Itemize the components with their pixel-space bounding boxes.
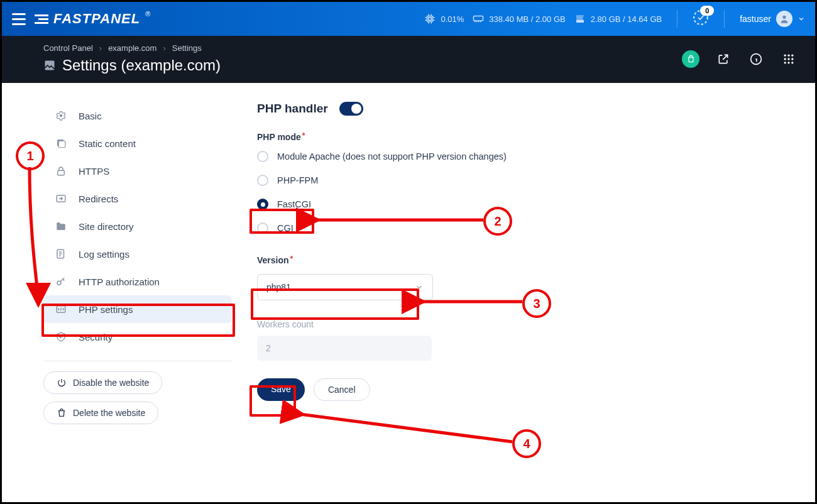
disk-icon [574,13,586,25]
username: fastuser [740,14,771,24]
save-button[interactable]: Save [257,378,305,401]
sidebar-item-https[interactable]: HTTPS [43,157,232,185]
svg-point-5 [782,16,786,19]
header-actions [682,50,798,68]
svg-rect-1 [429,18,432,21]
stat-disk: 2.80 GB / 14.64 GB [574,13,662,25]
logo[interactable]: FASTPANEL ® [35,11,151,27]
svg-rect-2 [474,16,483,21]
php-mode-group: Module Apache (does not support PHP vers… [257,151,798,234]
svg-point-23 [57,281,61,285]
php-handler-toggle[interactable] [339,102,363,116]
sidebar-item-static-content[interactable]: Static content [43,129,232,157]
breadcrumb: Control Panel › example.com › Settings [43,43,682,53]
avatar-icon [776,11,792,27]
image-icon [43,59,56,72]
svg-point-11 [784,58,786,60]
sidebar-item-site-directory[interactable]: Site directory [43,212,232,240]
settings-sidebar: BasicStatic contentHTTPSRedirectsSite di… [43,102,232,432]
anno-marker-4: 4 [512,429,541,458]
svg-point-14 [784,62,786,63]
page-header: Control Panel › example.com › Settings S… [2,36,815,83]
redirect-icon [55,192,67,205]
sidebar-item-http-authorization[interactable]: HTTP authorization [43,268,232,295]
php-mode-label: PHP mode [257,132,301,142]
sidebar-item-label: HTTPS [79,166,109,177]
radio-label: FastCGI [277,199,311,209]
info-action[interactable] [747,50,765,68]
settings-content: PHP handler PHP mode* Module Apache (doe… [257,102,798,432]
svg-point-16 [791,62,793,63]
page-body: BasicStatic contentHTTPSRedirectsSite di… [2,83,815,432]
radio-label: PHP-FPM [277,175,318,185]
stat-cpu: 0.01% [424,13,464,25]
disable-website-button[interactable]: Disable the website [43,371,162,394]
svg-point-12 [787,58,789,60]
php-mode-radio-2[interactable]: FastCGI [257,199,798,210]
trash-icon [57,408,67,418]
delete-website-button[interactable]: Delete the website [43,402,158,424]
logo-reg: ® [145,10,151,18]
apps-grid[interactable] [780,50,798,68]
page-title: Settings (example.com) [43,57,682,74]
svg-point-9 [787,54,789,56]
shopping-action[interactable] [682,50,699,68]
svg-rect-3 [576,20,584,23]
sidebar-item-php-settings[interactable]: PHP settings [43,295,232,323]
shield-icon [55,331,67,343]
sidebar-item-label: Log settings [79,249,129,260]
sidebar-item-label: Redirects [79,194,118,204]
php-mode-radio-0[interactable]: Module Apache (does not support PHP vers… [257,151,798,162]
php-mode-radio-3[interactable]: CGI [257,222,798,234]
svg-point-10 [791,54,793,56]
tasks-badge: 0 [700,6,714,16]
user-menu[interactable]: fastuser [740,11,805,27]
php-mode-radio-1[interactable]: PHP-FPM [257,175,798,186]
sidebar-item-log-settings[interactable]: Log settings [43,240,232,268]
open-external[interactable] [715,50,732,68]
sidebar-item-security[interactable]: Security [43,323,232,351]
sidebar-item-label: Basic [79,111,102,121]
crumb-0[interactable]: Control Panel [43,43,93,53]
radio-label: CGI [277,223,293,233]
version-label: Version [257,255,289,265]
power-icon [57,378,67,388]
svg-point-15 [787,62,789,63]
sidebar-item-label: PHP settings [79,304,133,315]
sidebar-item-label: Static content [79,138,136,149]
radio-indicator [257,151,268,162]
log-icon [55,248,67,260]
radio-label: Module Apache (does not support PHP vers… [277,151,507,162]
crumb-2: Settings [172,43,202,53]
logo-text: FASTPANEL [53,11,140,27]
sidebar-item-label: Security [79,332,112,342]
svg-rect-19 [58,141,65,148]
svg-rect-0 [427,16,433,22]
chevron-down-icon [798,15,805,23]
info-icon [750,53,762,65]
svg-point-13 [791,58,793,60]
section-title: PHP handler [257,102,328,116]
sidebar-item-redirects[interactable]: Redirects [43,185,232,212]
sidebar-item-label: Site directory [79,221,134,232]
version-select[interactable]: php81 [257,274,433,300]
grid-icon [782,53,795,65]
sidebar-item-label: HTTP authorization [79,277,160,287]
tasks-indicator[interactable]: 0 [693,9,709,28]
svg-point-17 [60,114,63,118]
workers-input: 2 [257,336,432,361]
radio-indicator [257,175,268,186]
crumb-1[interactable]: example.com [108,43,156,53]
svg-rect-6 [45,61,55,70]
radio-indicator [257,199,268,210]
sidebar-item-basic[interactable]: Basic [43,102,232,129]
folder-icon [55,220,67,233]
key-icon [55,275,67,288]
cancel-button[interactable]: Cancel [314,378,370,401]
menu-toggle-button[interactable] [12,13,26,25]
static-icon [55,137,67,150]
stat-mem: 338.40 MB / 2.00 GB [473,14,565,24]
svg-rect-20 [58,170,65,175]
php-icon [55,303,67,315]
topbar: FASTPANEL ® 0.01% 338.40 MB / 2.00 GB 2.… [2,2,815,36]
